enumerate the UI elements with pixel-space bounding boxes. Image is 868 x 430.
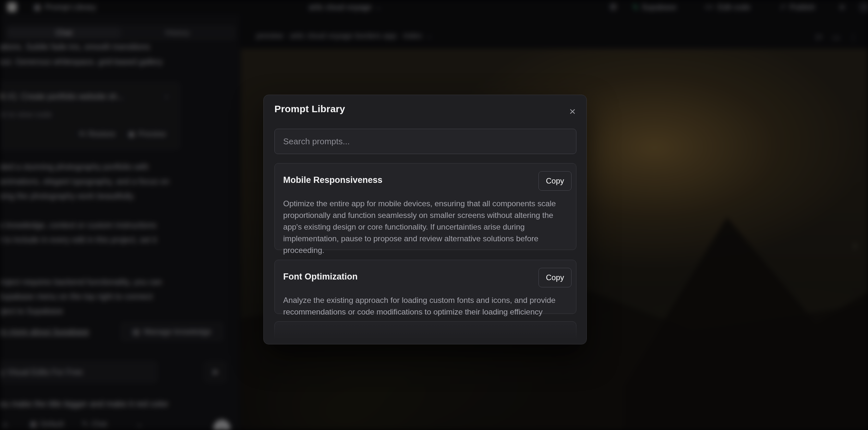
dialog-title: Prompt Library <box>274 103 345 115</box>
prompt-card: Font Optimization Copy Analyze the exist… <box>274 260 577 314</box>
copy-button[interactable]: Copy <box>538 171 571 191</box>
close-button[interactable]: × <box>565 104 580 118</box>
close-icon: × <box>569 105 576 118</box>
prompt-card-description: Optimize the entire app for mobile devic… <box>283 198 572 256</box>
prompt-card-title: Font Optimization <box>283 268 358 282</box>
prompt-card-title: Mobile Responsiveness <box>283 171 382 185</box>
prompt-card: Mobile Responsiveness Copy Optimize the … <box>274 163 577 250</box>
prompt-library-dialog: Prompt Library × Mobile Responsiveness C… <box>264 95 587 344</box>
prompt-search-input[interactable] <box>274 129 577 154</box>
prompt-card-clipped <box>274 321 577 341</box>
copy-button[interactable]: Copy <box>538 268 571 287</box>
prompt-card-description: Analyze the existing approach for loadin… <box>283 295 572 318</box>
